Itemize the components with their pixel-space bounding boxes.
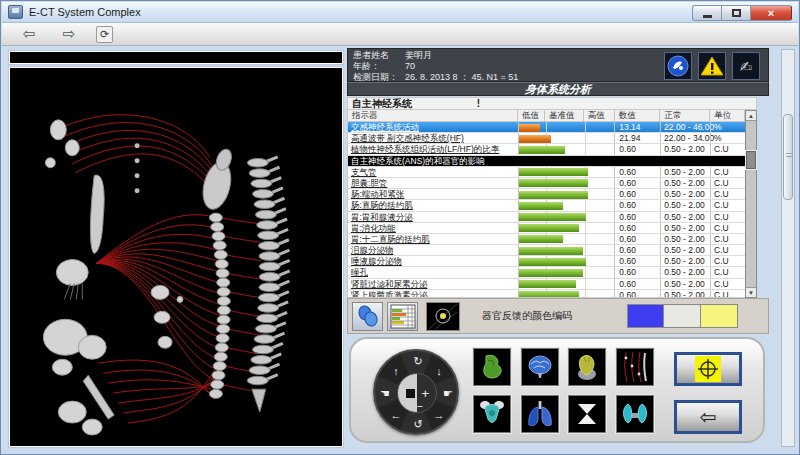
table-row[interactable]: 肾脏过滤和尿素分泌0.600.50 - 2.00C.U bbox=[348, 279, 745, 290]
indicator-name[interactable]: 肠:蠕动和紧张 bbox=[348, 189, 518, 199]
zoom-in-icon[interactable]: + bbox=[421, 386, 429, 401]
annotate-button[interactable]: ✍ bbox=[732, 52, 760, 80]
table-scrollbar[interactable]: ▲ ▼ bbox=[745, 110, 757, 298]
info-button[interactable] bbox=[664, 52, 692, 80]
up-arrow-icon[interactable]: ↑ bbox=[389, 364, 403, 378]
data-grid-icon bbox=[390, 304, 416, 329]
indicator-name[interactable]: 瞳孔 bbox=[348, 267, 518, 277]
rotate-cw-icon[interactable]: ↻ bbox=[411, 354, 425, 368]
zoom-out-icon[interactable]: − bbox=[417, 400, 423, 412]
organ-feet-icon bbox=[356, 304, 380, 328]
thumb-kidneys-button[interactable] bbox=[616, 395, 654, 433]
unit-cell: C.U bbox=[710, 245, 745, 255]
target-button[interactable] bbox=[674, 352, 742, 386]
thumb-lungs-button[interactable] bbox=[521, 395, 559, 433]
thumb-heart-button[interactable] bbox=[568, 348, 606, 386]
table-row[interactable]: 胃:十二直肠的括约肌0.600.50 - 2.00C.U bbox=[348, 234, 745, 245]
indicator-name[interactable]: 肾脏过滤和尿素分泌 bbox=[348, 279, 518, 289]
table-row[interactable]: 胃:消化功能0.600.50 - 2.00C.U bbox=[348, 223, 745, 234]
indicator-name[interactable]: 高通波带 副交感神经系统(HF) bbox=[348, 133, 518, 143]
minimize-button[interactable] bbox=[692, 5, 721, 21]
pane-scroll-thumb[interactable] bbox=[783, 114, 793, 200]
table-row[interactable]: 植物性神经系统组织活动(LF/HF)的比率0.600.50 - 2.00C.U bbox=[348, 144, 745, 155]
thumb-stomach-button[interactable] bbox=[473, 348, 511, 386]
crosshair-background bbox=[695, 356, 721, 382]
legend-swatch bbox=[627, 304, 664, 328]
level-bar-cell bbox=[518, 267, 615, 277]
level-bar-cell bbox=[518, 200, 615, 210]
table-row[interactable]: 胆囊:胆管0.600.50 - 2.00C.U bbox=[348, 178, 745, 189]
3d-viewport[interactable] bbox=[9, 67, 343, 447]
indicator-name[interactable]: 支气管 bbox=[348, 167, 518, 177]
pane-scrollbar[interactable] bbox=[781, 49, 795, 447]
indicator-name[interactable]: 泪腺分泌物 bbox=[348, 245, 518, 255]
title-bar[interactable]: E-CT System Complex × bbox=[2, 2, 798, 23]
indicator-name[interactable]: 肾上腺髓质激素分泌 bbox=[348, 290, 518, 298]
forward-button[interactable]: ⇨ bbox=[56, 25, 82, 44]
analysis-title: 身体系统分析 bbox=[347, 82, 769, 96]
indicator-name[interactable]: 胃:十二直肠的括约肌 bbox=[348, 234, 518, 244]
lungs-icon bbox=[525, 399, 555, 429]
table-row[interactable]: 瞳孔0.600.50 - 2.00C.U bbox=[348, 267, 745, 278]
indicator-name[interactable]: 交感神经系统活动 bbox=[348, 122, 518, 132]
thumb-head-button[interactable] bbox=[473, 395, 511, 433]
table-row[interactable]: 高通波带 副交感神经系统(HF)21.9422.00 - 34.00% bbox=[348, 133, 745, 144]
level-bar bbox=[519, 247, 583, 255]
col-low: 低值 bbox=[517, 110, 544, 121]
table-row[interactable]: 肾上腺髓质激素分泌0.600.50 - 2.00C.U bbox=[348, 290, 745, 298]
unit-cell: C.U bbox=[710, 200, 745, 210]
warning-button[interactable] bbox=[698, 52, 726, 80]
patient-name-label: 患者姓名 bbox=[353, 50, 405, 61]
indicator-name[interactable]: 植物性神经系统组织活动(LF/HF)的比率 bbox=[348, 144, 518, 154]
level-bar-cell bbox=[518, 189, 615, 199]
indicator-name[interactable]: 唾液腺分泌物 bbox=[348, 256, 518, 266]
indicator-name[interactable]: 胆囊:胆管 bbox=[348, 178, 518, 188]
pan-right-icon[interactable]: ☛ bbox=[441, 386, 455, 400]
table-row[interactable]: 唾液腺分泌物0.600.50 - 2.00C.U bbox=[348, 256, 745, 267]
scroll-up-icon[interactable]: ▲ bbox=[746, 111, 756, 121]
table-scroll-thumb[interactable] bbox=[746, 151, 756, 169]
value-cell: 0.60 bbox=[614, 167, 660, 177]
table-row[interactable]: 泪腺分泌物0.600.50 - 2.00C.U bbox=[348, 245, 745, 256]
thumb-brain-button[interactable] bbox=[521, 348, 559, 386]
value-cell: 0.60 bbox=[614, 189, 660, 199]
level-bar-cell bbox=[518, 279, 615, 289]
table-row[interactable]: 交感神经系统活动13.1422.00 - 46.00% bbox=[348, 122, 745, 133]
left-arrow-icon[interactable]: ← bbox=[389, 408, 403, 422]
table-view-button[interactable] bbox=[387, 302, 418, 331]
unit-cell: C.U bbox=[710, 144, 745, 154]
radar-view-button[interactable] bbox=[426, 302, 460, 331]
value-cell: 0.60 bbox=[614, 144, 660, 154]
down-arrow-icon[interactable]: ↓ bbox=[432, 364, 446, 378]
rotation-dpad[interactable]: ↻ ↺ ☚ ☛ ↑ ↓ ← → + − bbox=[373, 349, 459, 435]
level-bar-cell bbox=[518, 290, 615, 298]
thumb-hourglass-button[interactable] bbox=[568, 395, 606, 433]
stop-icon[interactable] bbox=[406, 389, 415, 398]
thumb-nerves-button[interactable] bbox=[616, 348, 654, 386]
value-cell: 21.94 bbox=[614, 133, 660, 143]
organ-view-button[interactable] bbox=[352, 302, 383, 331]
unit-cell: C.U bbox=[710, 212, 745, 222]
scroll-down-icon[interactable]: ▼ bbox=[746, 287, 756, 297]
table-row[interactable]: 肠:直肠的括约肌0.600.50 - 2.00C.U bbox=[348, 200, 745, 211]
level-bar-cell bbox=[518, 212, 615, 222]
pan-left-icon[interactable]: ☚ bbox=[378, 386, 392, 400]
value-cell: 0.60 bbox=[614, 256, 660, 266]
table-row[interactable]: 胃:胃和腺液分泌0.600.50 - 2.00C.U bbox=[348, 212, 745, 223]
back-button[interactable]: ⇦ bbox=[16, 25, 42, 44]
table-row[interactable]: 支气管0.600.50 - 2.00C.U bbox=[348, 167, 745, 178]
close-button[interactable]: × bbox=[750, 5, 792, 21]
dpad-hub[interactable]: + − bbox=[397, 373, 437, 413]
table-row[interactable]: 肠:蠕动和紧张0.600.50 - 2.00C.U bbox=[348, 189, 745, 200]
indicator-name[interactable]: 胃:消化功能 bbox=[348, 223, 518, 233]
maximize-button[interactable] bbox=[721, 5, 750, 21]
return-button[interactable]: ⇦ bbox=[674, 400, 742, 434]
indicator-name[interactable]: 胃:胃和腺液分泌 bbox=[348, 212, 518, 222]
refresh-button[interactable]: ⟳ bbox=[96, 26, 113, 43]
normal-range-cell: 0.50 - 2.00 bbox=[660, 189, 710, 199]
level-bar bbox=[519, 168, 588, 176]
right-arrow-icon[interactable]: → bbox=[432, 408, 446, 422]
rotate-ccw-icon[interactable]: ↺ bbox=[411, 417, 425, 431]
indicator-name[interactable]: 肠:直肠的括约肌 bbox=[348, 200, 518, 210]
table-row[interactable]: 自主神经系统(ANS)的和器官的影响 bbox=[348, 156, 745, 167]
